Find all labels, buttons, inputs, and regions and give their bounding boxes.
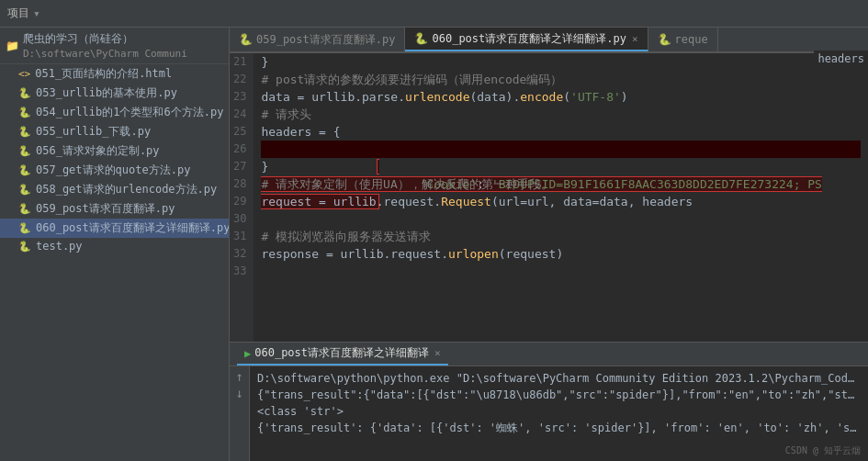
left-gutter: ↑ ↓ (230, 366, 250, 461)
py-file-icon: 🐍 (18, 87, 31, 99)
output-line: {'trans_result': {'data': [{'dst': '蜘蛛',… (257, 420, 861, 436)
code-line: response = urllib.request.urlopen(reques… (261, 245, 861, 263)
project-arrow[interactable]: ▾ (33, 6, 40, 20)
tab-label: 059_post请求百度翻译.py (256, 32, 395, 48)
sidebar-item-label: 051_页面结构的介绍.html (35, 66, 172, 82)
scroll-up-button[interactable]: ↑ (235, 370, 242, 383)
bottom-tab-label: 060_post请求百度翻译之详细翻译 (254, 345, 429, 361)
sidebar-item-label: 060_post请求百度翻译之详细翻译.py (36, 220, 230, 236)
watermark: CSDN @ 知乎云烟 (785, 444, 861, 457)
tab-bar: 🐍 059_post请求百度翻译.py 🐍 060_post请求百度翻译之详细翻… (230, 28, 868, 53)
bottom-tab-close[interactable]: × (434, 347, 441, 359)
code-line: # post请求的参数必须要进行编码（调用encode编码） (261, 71, 861, 88)
sidebar-item-html[interactable]: <> 051_页面结构的介绍.html (0, 64, 229, 84)
bottom-inner: ↑ ↓ D:\software\python\python.exe "D:\so… (230, 366, 868, 461)
code-line-highlighted: 'Cookie': 'BIDUPSID=B91F1661F8AAC363D8DD… (261, 141, 861, 158)
sidebar-item-label: 058_get请求的urlencode方法.py (36, 182, 217, 197)
code-content: } # post请求的参数必须要进行编码（调用encode编码） data = … (254, 53, 868, 342)
py-file-icon: 🐍 (18, 164, 31, 176)
sidebar-item-label: 056_请求对象的定制.py (36, 143, 160, 159)
output-line: {"trans_result":{"data":[{"dst":"\u8718\… (257, 387, 861, 403)
bottom-run-tab[interactable]: ▶ 060_post请求百度翻译之详细翻译 × (237, 343, 448, 365)
sidebar-root-folder[interactable]: 📁 爬虫的学习（尚硅谷） D:\software\PyCharm Communi (0, 28, 229, 64)
scroll-hint: headers (814, 53, 868, 67)
sidebar: 📁 爬虫的学习（尚硅谷） D:\software\PyCharm Communi… (0, 28, 230, 461)
root-folder-name: 爬虫的学习（尚硅谷） D:\software\PyCharm Communi (23, 31, 223, 60)
output-line: <class 'str'> (257, 403, 861, 420)
sidebar-item-py054[interactable]: 🐍 054_urllib的1个类型和6个方法.py (0, 103, 229, 122)
sidebar-item-label: 054_urllib的1个类型和6个方法.py (36, 105, 223, 120)
code-line: # 模拟浏览器向服务器发送请求 (261, 228, 861, 245)
sidebar-item-py060[interactable]: 🐍 060_post请求百度翻译之详细翻译.py (0, 219, 229, 238)
sidebar-item-label: 055_urllib_下载.py (36, 124, 151, 140)
tab-059[interactable]: 🐍 059_post请求百度翻译.py (230, 28, 405, 51)
bottom-tab-bar: ▶ 060_post请求百度翻译之详细翻译 × (230, 343, 868, 366)
sidebar-item-test[interactable]: 🐍 test.py (0, 238, 229, 254)
run-icon: ▶ (244, 347, 251, 360)
py-file-icon: 🐍 (18, 241, 31, 253)
sidebar-item-py053[interactable]: 🐍 053_urllib的基本使用.py (0, 84, 229, 103)
sidebar-item-label: 057_get请求的quote方法.py (36, 163, 190, 178)
code-line: # 请求头 (261, 106, 861, 123)
code-line (261, 263, 861, 280)
py-file-icon: 🐍 (18, 145, 31, 157)
code-editor: 21 22 23 24 25 26 27 28 29 30 31 32 (230, 53, 868, 342)
sidebar-item-py059[interactable]: 🐍 059_post请求百度翻译.py (0, 199, 229, 219)
tab-reque[interactable]: 🐍 reque (648, 28, 718, 51)
sidebar-item-py058[interactable]: 🐍 058_get请求的urlencode方法.py (0, 180, 229, 199)
code-line: } (261, 53, 861, 71)
sidebar-item-py056[interactable]: 🐍 056_请求对象的定制.py (0, 141, 229, 161)
top-bar: 项目 ▾ (0, 0, 868, 28)
py-file-icon: 🐍 (18, 222, 31, 234)
py-tab-icon: 🐍 (239, 33, 253, 46)
bottom-panel: ▶ 060_post请求百度翻译之详细翻译 × ↑ ↓ D:\software\… (230, 342, 868, 461)
py-file-icon: 🐍 (18, 203, 31, 215)
tab-close-button[interactable]: × (632, 33, 638, 45)
output-line: D:\software\python\python.exe "D:\softwa… (257, 370, 861, 387)
html-file-icon: <> (18, 68, 30, 80)
code-line: request = urllib.request.Request(url=url… (261, 193, 861, 210)
sidebar-item-label: 053_urllib的基本使用.py (36, 85, 177, 101)
sidebar-item-label: 059_post请求百度翻译.py (36, 201, 175, 217)
tab-060[interactable]: 🐍 060_post请求百度翻译之详细翻译.py × (405, 28, 648, 51)
code-line: data = urllib.parse.urlencode(data).enco… (261, 88, 861, 106)
py-file-icon: 🐍 (18, 126, 31, 138)
sidebar-item-py055[interactable]: 🐍 055_urllib_下载.py (0, 122, 229, 141)
tab-label: 060_post请求百度翻译之详细翻译.py (432, 31, 626, 47)
py-tab-icon: 🐍 (414, 32, 428, 45)
py-tab-icon: 🐍 (658, 33, 671, 46)
sidebar-item-label: test.py (36, 240, 83, 253)
py-file-icon: 🐍 (18, 107, 31, 118)
project-label: 项目 (7, 6, 29, 21)
bottom-output: D:\software\python\python.exe "D:\softwa… (250, 366, 868, 461)
tab-label: reque (675, 33, 708, 46)
py-file-icon: 🐍 (18, 184, 31, 196)
line-numbers: 21 22 23 24 25 26 27 28 29 30 31 32 (230, 53, 254, 342)
folder-icon: 📁 (6, 39, 19, 52)
scroll-down-button[interactable]: ↓ (235, 387, 242, 399)
code-line: headers = { (261, 123, 861, 141)
sidebar-item-py057[interactable]: 🐍 057_get请求的quote方法.py (0, 161, 229, 180)
